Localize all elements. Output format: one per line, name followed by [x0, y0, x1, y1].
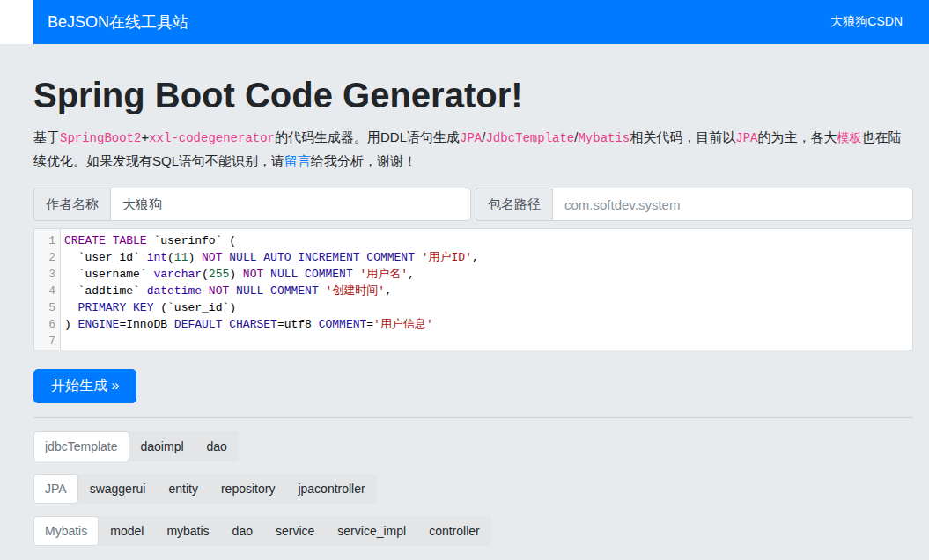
tab-repository[interactable]: repository [210, 474, 286, 504]
author-input[interactable] [110, 188, 471, 221]
sql-token-atom: NULL [236, 284, 263, 298]
tab-group-jpa: JPAswaggeruientityrepositoryjpacontrolle… [33, 474, 377, 504]
sql-token-num: 11 [174, 251, 188, 264]
tab-group-mybatis: Mybatismodelmybatisdaoserviceservice_imp… [33, 516, 491, 546]
sql-token-atom: COMMENT [270, 284, 319, 298]
line-number: 2 [34, 249, 55, 266]
package-input[interactable] [552, 188, 913, 221]
inline-code: JdbcTemplate [485, 131, 574, 145]
intro-segment: 相关代码，目前以 [630, 129, 735, 144]
sql-token-str: '用户信息' [373, 318, 433, 331]
sql-token-num: 255 [209, 268, 229, 281]
sql-token-str: '用户ID' [422, 251, 472, 264]
intro-text: 基于SpringBoot2+xxl-codegenerator的代码生成器。用D… [33, 126, 913, 173]
inline-code: xxl-codegenerator [149, 131, 275, 145]
inline-code: SpringBoot2 [60, 131, 141, 145]
tab-jdbctemplate[interactable]: jdbcTemplate [33, 431, 129, 461]
sql-token-atom: KEY [133, 301, 153, 314]
sql-token-type: varchar [153, 268, 202, 281]
intro-segment: + [141, 129, 149, 144]
sql-token-atom: NULL [270, 268, 298, 281]
tab-group-jdbctemplate: jdbcTemplatedaoimpldao [33, 431, 239, 461]
sql-token-type: int [147, 251, 167, 264]
feedback-link[interactable]: 留言 [284, 153, 311, 168]
inline-code: JPA [735, 131, 757, 145]
code-line: `addtime` datetime NOT NULL COMMENT '创建时… [64, 283, 912, 299]
code-line: CREATE TABLE `userinfo` ( [64, 232, 912, 249]
sql-token-plain: =InnoDB [119, 318, 173, 331]
navbar: BeJSON在线工具站 大狼狗CSDN [33, 0, 929, 44]
sql-token-kw: TABLE [113, 234, 147, 247]
divider [33, 417, 913, 418]
sql-token-plain: ) [64, 318, 78, 331]
tab-swaggerui[interactable]: swaggerui [78, 474, 158, 504]
sql-token-plain [106, 234, 113, 247]
tab-dao[interactable]: dao [221, 516, 264, 546]
generate-button[interactable]: 开始生成 » [33, 369, 136, 403]
sql-token-kw: NOT [202, 251, 222, 264]
editor-code[interactable]: CREATE TABLE `userinfo` ( `user_id` int(… [61, 229, 912, 350]
sql-token-str: '用户名' [360, 268, 409, 281]
line-number: 5 [34, 299, 55, 316]
sql-token-plain: `username` [64, 268, 153, 281]
sql-token-atom: AUTO_INCREMENT [263, 251, 359, 264]
tab-controller[interactable]: controller [417, 516, 491, 546]
tab-jpa[interactable]: JPA [33, 474, 78, 504]
page-background: Spring Boot Code Generator! 基于SpringBoot… [0, 44, 929, 560]
author-label: 作者名称 [33, 188, 110, 221]
code-line: `username` varchar(255) NOT NULL COMMENT… [64, 266, 912, 283]
code-line: `user_id` int(11) NOT NULL AUTO_INCREMEN… [64, 249, 912, 266]
tab-model[interactable]: model [99, 516, 155, 546]
sql-token-kw: NOT [209, 284, 229, 298]
sql-token-plain: =utf8 [277, 318, 319, 331]
sql-token-plain: `userinfo` ( [147, 234, 236, 247]
tab-groups: jdbcTemplatedaoimpldaoJPAswaggeruientity… [33, 431, 913, 558]
sql-token-type: datetime [147, 284, 202, 298]
inline-code: 模板 [837, 131, 861, 145]
brand-link[interactable]: BeJSON在线工具站 [48, 11, 188, 33]
package-input-group: 包名路径 [476, 188, 913, 221]
sql-token-plain [263, 268, 270, 281]
sql-token-plain [64, 301, 78, 314]
line-number: 7 [34, 333, 55, 350]
sql-token-plain [353, 268, 360, 281]
sql-token-plain [298, 268, 305, 281]
sql-token-kw: CREATE [64, 234, 106, 247]
intro-segment: 基于 [33, 129, 60, 144]
sql-token-atom: COMMENT [305, 268, 353, 281]
main-container: Spring Boot Code Generator! 基于SpringBoot… [33, 44, 913, 560]
line-number: 1 [34, 232, 55, 249]
intro-segment: 给我分析，谢谢！ [311, 153, 417, 168]
code-line [64, 333, 912, 350]
sql-editor[interactable]: 1234567 CREATE TABLE `userinfo` ( `user_… [33, 228, 913, 350]
line-number: 6 [34, 316, 55, 333]
tab-service_impl[interactable]: service_impl [326, 516, 417, 546]
intro-segment: 的代码生成器。用DDL语句生成 [275, 129, 460, 144]
sql-token-plain [126, 301, 133, 314]
sql-token-plain [415, 251, 422, 264]
sql-token-plain: ) [229, 268, 243, 281]
package-label: 包名路径 [476, 188, 552, 221]
sql-token-plain: , [472, 251, 479, 264]
tab-service[interactable]: service [264, 516, 326, 546]
sql-token-atom: CHARSET [229, 318, 277, 331]
sql-token-plain [319, 284, 326, 298]
tab-dao[interactable]: dao [195, 431, 239, 461]
sql-token-atom: NULL [229, 251, 256, 264]
code-line: ) ENGINE=InnoDB DEFAULT CHARSET=utf8 COM… [64, 316, 912, 333]
tab-jpacontroller[interactable]: jpacontroller [286, 474, 376, 504]
sql-token-plain [202, 284, 209, 298]
author-input-group: 作者名称 [33, 188, 471, 221]
sql-token-plain: = [366, 318, 373, 331]
topbar-row: BeJSON在线工具站 大狼狗CSDN [0, 0, 929, 44]
tab-mybatis[interactable]: mybatis [155, 516, 220, 546]
tab-mybatis[interactable]: Mybatis [33, 516, 99, 546]
tab-entity[interactable]: entity [157, 474, 209, 504]
sql-token-plain [263, 284, 270, 298]
sql-token-plain: (`user_id`) [153, 301, 236, 314]
line-number: 3 [34, 266, 55, 283]
csdn-link[interactable]: 大狼狗CSDN [830, 14, 903, 30]
sql-token-plain: `addtime` [64, 284, 147, 298]
tab-daoimpl[interactable]: daoimpl [129, 431, 195, 461]
sql-token-atom: PRIMARY [78, 301, 127, 314]
